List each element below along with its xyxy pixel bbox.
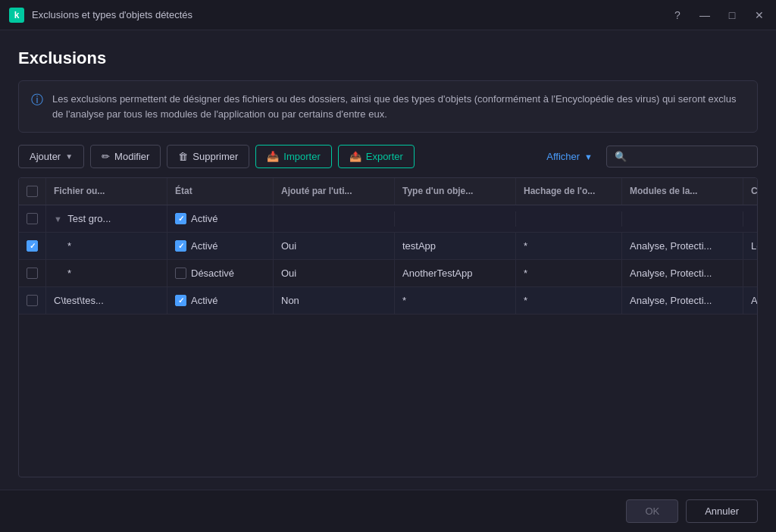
main-content: Exclusions ⓘ Les exclusions permettent d…: [0, 30, 776, 490]
minimize-button[interactable]: —: [697, 10, 712, 20]
row-checkbox[interactable]: [27, 213, 38, 224]
modifier-label: Modifier: [114, 151, 149, 162]
info-text: Les exclusions permettent de désigner de…: [52, 92, 745, 121]
row-commentaires-cell: Admin Comment: [743, 287, 757, 314]
row-checkbox[interactable]: [27, 240, 38, 252]
etat-checkbox[interactable]: [175, 268, 186, 279]
info-box: ⓘ Les exclusions permettent de désigner …: [18, 80, 758, 133]
row-file: *: [67, 240, 71, 252]
row-type-cell: *: [395, 287, 516, 314]
row-file: *: [67, 268, 71, 279]
table-container: Fichier ou... État Ajouté par l'uti... T…: [18, 177, 758, 477]
afficher-label: Afficher: [546, 151, 580, 162]
col-file: Fichier ou...: [46, 178, 167, 205]
row-hachage-cell: [516, 211, 622, 227]
maximize-button[interactable]: □: [724, 10, 740, 20]
modifier-button[interactable]: ✏ Modifier: [90, 145, 161, 168]
row-checkbox-cell: [19, 287, 46, 314]
etat-text: Activé: [191, 240, 217, 252]
footer: OK Annuler: [0, 490, 776, 532]
row-checkbox-cell: [19, 260, 46, 286]
annuler-button[interactable]: Annuler: [686, 499, 758, 523]
etat-checkbox[interactable]: [175, 240, 186, 252]
row-file-cell: ▼ Test gro...: [46, 205, 167, 232]
row-type-cell: [395, 211, 516, 227]
search-input[interactable]: [633, 151, 749, 162]
search-icon: 🔍: [615, 151, 627, 162]
row-type-cell: testApp: [395, 233, 516, 259]
row-file-cell: *: [46, 260, 167, 286]
col-ajoute: Ajouté par l'uti...: [274, 178, 395, 205]
import-icon: 📥: [267, 151, 279, 162]
window-controls: ? — □ ✕: [670, 10, 767, 20]
col-etat: État: [167, 178, 274, 205]
toolbar: Ajouter ▼ ✏ Modifier 🗑 Supprimer 📥 Impor…: [18, 145, 758, 168]
exporter-label: Exporter: [366, 151, 403, 162]
etat-text: Activé: [191, 213, 217, 224]
row-modules-cell: Analyse, Protecti...: [622, 260, 743, 286]
row-type-cell: AnotherTestApp: [395, 260, 516, 286]
etat-text: Désactivé: [191, 268, 234, 279]
exporter-button[interactable]: 📤 Exporter: [338, 145, 415, 168]
row-file: Test gro...: [67, 213, 111, 224]
row-ajoute-cell: [274, 211, 395, 227]
row-checkbox-cell: [19, 233, 46, 259]
row-ajoute-cell: Oui: [274, 260, 395, 286]
row-etat-cell: Activé: [167, 233, 274, 259]
col-type: Type d'un obje...: [395, 178, 516, 205]
afficher-button[interactable]: Afficher ▼: [539, 146, 600, 167]
row-file-cell: C\test\tes...: [46, 287, 167, 314]
importer-label: Importer: [283, 151, 320, 162]
table-row[interactable]: * Désactivé Oui AnotherTestApp * Analyse…: [19, 260, 757, 287]
etat-checkbox[interactable]: [175, 295, 186, 306]
add-label: Ajouter: [30, 151, 61, 162]
expand-icon[interactable]: ▼: [54, 214, 62, 224]
row-checkbox[interactable]: [27, 268, 38, 279]
row-modules-cell: Analyse, Protecti...: [622, 233, 743, 259]
row-commentaires-cell: [743, 266, 757, 281]
etat-text: Activé: [191, 295, 217, 306]
row-etat-cell: Activé: [167, 205, 274, 232]
table-row[interactable]: ▼ Test gro... Activé: [19, 205, 757, 233]
add-chevron-icon: ▼: [65, 152, 73, 161]
row-commentaires-cell: [743, 211, 757, 227]
help-button[interactable]: ?: [670, 10, 685, 20]
row-ajoute-cell: Oui: [274, 233, 395, 259]
row-modules-cell: Analyse, Protecti...: [622, 287, 743, 314]
row-checkbox[interactable]: [27, 295, 38, 306]
supprimer-label: Supprimer: [192, 151, 238, 162]
close-button[interactable]: ✕: [752, 10, 767, 20]
title-bar: k Exclusions et types d'objets détectés …: [0, 0, 776, 30]
row-ajoute-cell: Non: [274, 287, 395, 314]
info-icon: ⓘ: [31, 92, 43, 108]
row-file-cell: *: [46, 233, 167, 259]
page-title: Exclusions: [18, 49, 758, 68]
row-etat-cell: Activé: [167, 287, 274, 314]
delete-icon: 🗑: [178, 151, 188, 162]
row-checkbox-cell: [19, 205, 46, 232]
supprimer-button[interactable]: 🗑 Supprimer: [167, 145, 249, 168]
etat-checkbox[interactable]: [175, 213, 186, 224]
svg-text:k: k: [14, 10, 20, 20]
table-row[interactable]: * Activé Oui testApp * Analyse, Protecti…: [19, 233, 757, 260]
table-body: ▼ Test gro... Activé: [19, 205, 757, 477]
window-title: Exclusions et types d'objets détectés: [32, 9, 670, 20]
select-all-checkbox[interactable]: [27, 186, 38, 197]
col-modules: Modules de la...: [622, 178, 743, 205]
header-checkbox-cell: [19, 178, 46, 205]
row-modules-cell: [622, 211, 743, 227]
row-hachage-cell: *: [516, 287, 622, 314]
importer-button[interactable]: 📥 Importer: [255, 145, 331, 168]
edit-icon: ✏: [102, 151, 110, 162]
col-commentaires: Commentaires: [743, 178, 758, 205]
row-etat-cell: Désactivé: [167, 260, 274, 286]
export-icon: 📤: [349, 151, 361, 162]
row-file: C\test\tes...: [54, 295, 104, 306]
table-header: Fichier ou... État Ajouté par l'uti... T…: [19, 178, 757, 205]
row-hachage-cell: *: [516, 260, 622, 286]
table-row[interactable]: C\test\tes... Activé Non * * Analyse, Pr…: [19, 287, 757, 315]
ok-button[interactable]: OK: [626, 499, 678, 523]
afficher-chevron-icon: ▼: [584, 152, 593, 161]
add-button[interactable]: Ajouter ▼: [18, 145, 84, 168]
row-commentaires-cell: Local Comment: [743, 233, 757, 259]
